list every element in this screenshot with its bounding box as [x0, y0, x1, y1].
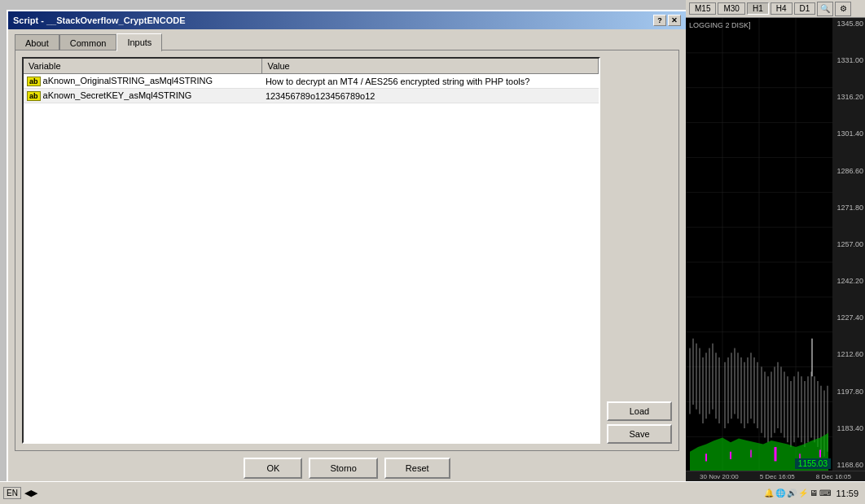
chart-toolbar: M15 M30 H1 H4 D1 🔍 ⚙ [686, 0, 865, 18]
price-label: 1212.60 [834, 350, 863, 358]
variable-cell: abaKnown_SecretKEY_asMql4STRING [24, 89, 262, 103]
price-label: 1301.40 [834, 129, 863, 138]
tray-icon-6: ⌨ [819, 489, 831, 497]
taskbar-left: EN ◀▶ [3, 487, 37, 499]
table-row[interactable]: abaKnown_OriginalSTRING_asMql4STRING How… [24, 74, 599, 89]
variables-table: Variable Value abaKnown_OriginalSTRING_a… [24, 59, 599, 103]
tray-icon-2: 🌐 [775, 489, 785, 497]
value-cell: How to decrypt an MT4 / AES256 encrypted… [262, 74, 599, 89]
reset-button[interactable]: Reset [384, 458, 450, 479]
price-labels: 1345.801331.001316.201301.401286.601271.… [832, 18, 865, 471]
storno-button[interactable]: Storno [309, 458, 377, 479]
price-label: 1286.60 [834, 167, 863, 175]
system-tray: 🔔 🌐 🔊 ⚡ 🖥 ⌨ 11:59 [764, 489, 862, 498]
price-label: 1242.20 [834, 277, 863, 285]
price-label: 1345.80 [834, 20, 863, 28]
side-buttons: Load Save [607, 57, 672, 444]
timeframe-m30[interactable]: M30 [718, 2, 744, 15]
tab-bar: About Common Inputs [15, 33, 679, 50]
load-button[interactable]: Load [607, 401, 672, 421]
timeframe-d1[interactable]: D1 [794, 2, 816, 15]
price-label: 1257.00 [834, 240, 863, 248]
value-cell: 123456789o123456789o12 [262, 89, 599, 103]
inputs-panel: Variable Value abaKnown_OriginalSTRING_a… [15, 50, 679, 451]
price-label: 1197.80 [834, 388, 863, 396]
date-label: 30 Nov 20:00 [700, 473, 739, 480]
tab-about[interactable]: About [15, 34, 59, 50]
date-label: 5 Dec 16:05 [760, 473, 795, 480]
save-button[interactable]: Save [607, 424, 672, 444]
tab-inputs[interactable]: Inputs [116, 33, 162, 51]
bottom-bar: OK Storno Reset [15, 451, 679, 485]
price-label: 1227.40 [834, 313, 863, 322]
tray-icon-1: 🔔 [764, 489, 774, 497]
language-indicator: EN [3, 487, 21, 499]
date-label: 8 Dec 16:05 [816, 473, 851, 480]
col-header-value: Value [262, 59, 599, 74]
script-dialog: Script - __StackOverflow_CryptENCODE ? ✕… [7, 10, 687, 490]
tray-icon-5: 🖥 [810, 489, 818, 497]
timeframe-h4[interactable]: H4 [771, 2, 793, 15]
chart-settings-icon-btn[interactable]: ⚙ [835, 2, 851, 16]
tray-icon-4: ⚡ [798, 489, 808, 497]
taskbar-arrow: ◀▶ [24, 488, 37, 498]
chart-date-labels: 30 Nov 20:005 Dec 16:058 Dec 16:05 [686, 471, 865, 482]
chart-svg [686, 18, 832, 471]
title-bar-buttons: ? ✕ [653, 15, 681, 26]
timeframe-m15[interactable]: M15 [689, 2, 716, 15]
col-header-variable: Variable [24, 59, 262, 74]
current-price-indicator: 1155.03 [795, 458, 831, 469]
system-clock: 11:59 [832, 489, 862, 498]
price-label: 1271.80 [834, 204, 863, 212]
taskbar: EN ◀▶ 🔔 🌐 🔊 ⚡ 🖥 ⌨ 11:59 [0, 481, 865, 504]
variables-table-container: Variable Value abaKnown_OriginalSTRING_a… [22, 57, 600, 444]
tab-common[interactable]: Common [59, 34, 117, 50]
ok-button[interactable]: OK [244, 458, 302, 479]
dialog-content: About Common Inputs Variable Value [8, 29, 686, 489]
close-button[interactable]: ✕ [668, 15, 681, 26]
ab-badge: ab [27, 91, 41, 101]
timeframe-h1[interactable]: H1 [747, 2, 769, 15]
price-label: 1168.60 [834, 461, 863, 469]
price-label: 1331.00 [834, 56, 863, 64]
chart-area: LOGGING 2 DISK] [686, 18, 865, 471]
price-label: 1183.40 [834, 424, 863, 432]
search-icon-btn[interactable]: 🔍 [817, 2, 833, 16]
chart-panel: M15 M30 H1 H4 D1 🔍 ⚙ LOGGING 2 DISK] [686, 0, 865, 504]
help-button[interactable]: ? [653, 15, 666, 26]
dialog-title: Script - __StackOverflow_CryptENCODE [13, 15, 186, 25]
ab-badge: ab [27, 77, 41, 86]
tray-icon-3: 🔊 [787, 489, 797, 497]
price-label: 1316.20 [834, 93, 863, 101]
table-row[interactable]: abaKnown_SecretKEY_asMql4STRING 12345678… [24, 89, 599, 103]
title-bar: Script - __StackOverflow_CryptENCODE ? ✕ [8, 11, 686, 29]
variable-cell: abaKnown_OriginalSTRING_asMql4STRING [24, 74, 262, 89]
